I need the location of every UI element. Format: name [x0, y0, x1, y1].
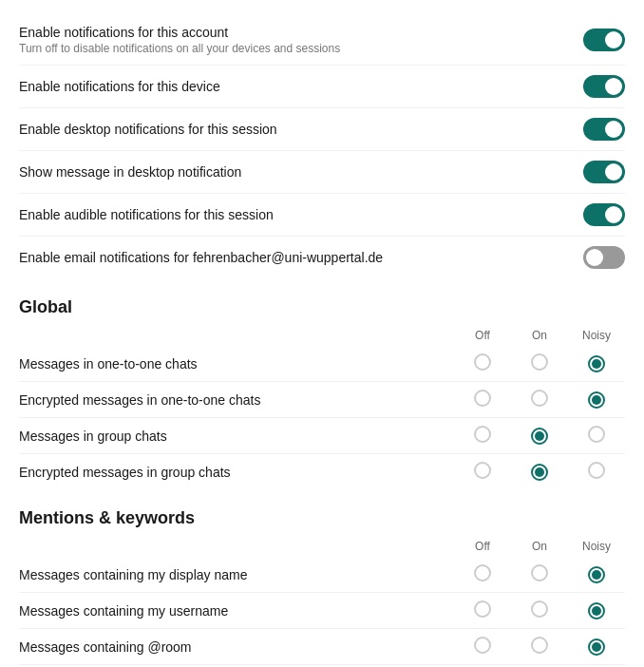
toggle-row-show-message: Show message in desktop notification: [19, 151, 625, 194]
toggle-row-desktop-notifications: Enable desktop notifications for this se…: [19, 108, 625, 151]
radio-btn-global-2-2[interactable]: [588, 426, 605, 443]
col-header-global-0: Off: [454, 325, 511, 346]
col-header-mentions-1: On: [511, 536, 568, 557]
radio-btn-global-1-1[interactable]: [531, 390, 548, 407]
row-label-global-2: Messages in group chats: [19, 418, 454, 454]
radio-cell-global-3-1[interactable]: [511, 454, 568, 490]
table-row: Messages in group chats: [19, 418, 625, 454]
toggle-switch-device-notifications[interactable]: [583, 75, 625, 98]
radio-cell-mentions-2-0[interactable]: [454, 629, 511, 665]
radio-cell-global-0-2[interactable]: [568, 346, 625, 382]
radio-table-global: OffOnNoisyMessages in one-to-one chatsEn…: [19, 325, 625, 489]
radio-btn-mentions-1-2[interactable]: [588, 602, 605, 619]
row-label-mentions-2: Messages containing @room: [19, 629, 454, 665]
toggle-label-account-notifications: Enable notifications for this account: [19, 25, 340, 40]
table-row: Messages in one-to-one chats: [19, 346, 625, 382]
radio-btn-global-2-0[interactable]: [474, 426, 491, 443]
toggle-switch-account-notifications[interactable]: [583, 29, 625, 51]
col-label-global: [19, 325, 454, 346]
toggle-label-group-account-notifications: Enable notifications for this accountTur…: [19, 25, 340, 55]
radio-cell-global-3-0[interactable]: [454, 454, 511, 490]
toggle-label-show-message: Show message in desktop notification: [19, 164, 241, 180]
radio-btn-global-1-0[interactable]: [474, 390, 491, 407]
toggle-row-account-notifications: Enable notifications for this accountTur…: [19, 15, 625, 66]
radio-btn-global-0-2[interactable]: [588, 355, 605, 372]
radio-cell-mentions-1-2[interactable]: [568, 593, 625, 629]
radio-btn-mentions-1-1[interactable]: [531, 600, 548, 618]
radio-btn-mentions-0-2[interactable]: [588, 566, 605, 583]
radio-btn-mentions-0-1[interactable]: [531, 564, 548, 581]
radio-btn-global-3-2[interactable]: [588, 462, 605, 479]
toggle-switch-audible-notifications[interactable]: [583, 203, 625, 226]
section-header-global: Global: [19, 297, 625, 317]
table-row: Messages containing @room: [19, 629, 625, 665]
toggle-row-device-notifications: Enable notifications for this device: [19, 66, 625, 108]
radio-cell-mentions-0-2[interactable]: [568, 557, 625, 593]
radio-cell-mentions-2-2[interactable]: [568, 629, 625, 665]
col-header-mentions-2: Noisy: [568, 536, 625, 557]
sections-area: GlobalOffOnNoisyMessages in one-to-one c…: [19, 297, 625, 667]
radio-cell-mentions-1-0[interactable]: [454, 593, 511, 629]
toggle-label-audible-notifications: Enable audible notifications for this se…: [19, 207, 274, 222]
toggle-row-audible-notifications: Enable audible notifications for this se…: [19, 194, 625, 237]
radio-cell-global-2-1[interactable]: [511, 418, 568, 454]
radio-btn-mentions-0-0[interactable]: [474, 564, 491, 581]
toggle-label-group-audible-notifications: Enable audible notifications for this se…: [19, 207, 274, 222]
radio-cell-global-3-2[interactable]: [568, 454, 625, 490]
toggle-switch-desktop-notifications[interactable]: [583, 118, 625, 141]
radio-cell-global-2-2[interactable]: [568, 418, 625, 454]
col-header-global-1: On: [511, 325, 568, 346]
radio-cell-global-0-0[interactable]: [454, 346, 511, 382]
radio-cell-mentions-2-1[interactable]: [511, 629, 568, 665]
row-label-global-1: Encrypted messages in one-to-one chats: [19, 382, 454, 418]
row-label-global-3: Encrypted messages in group chats: [19, 454, 454, 490]
radio-cell-mentions-0-1[interactable]: [511, 557, 568, 593]
radio-btn-global-1-2[interactable]: [588, 391, 605, 409]
radio-btn-mentions-2-0[interactable]: [474, 637, 491, 654]
radio-table-mentions: OffOnNoisyMessages containing my display…: [19, 536, 625, 667]
radio-cell-global-1-1[interactable]: [511, 382, 568, 418]
toggle-row-email-notifications: Enable email notifications for fehrenbac…: [19, 237, 625, 278]
table-row: Messages containing my display name: [19, 557, 625, 593]
radio-btn-global-2-1[interactable]: [531, 428, 548, 445]
radio-cell-global-1-2[interactable]: [568, 382, 625, 418]
table-row: Messages containing my username: [19, 593, 625, 629]
toggle-label-group-show-message: Show message in desktop notification: [19, 164, 241, 180]
radio-cell-global-0-1[interactable]: [511, 346, 568, 382]
radio-btn-global-0-1[interactable]: [531, 353, 548, 371]
toggle-label-device-notifications: Enable notifications for this device: [19, 79, 220, 94]
row-label-mentions-0: Messages containing my display name: [19, 557, 454, 593]
table-row: Encrypted messages in one-to-one chats: [19, 382, 625, 418]
radio-cell-mentions-1-1[interactable]: [511, 593, 568, 629]
toggle-sublabel-account-notifications: Turn off to disable notifications on all…: [19, 42, 340, 55]
radio-btn-mentions-2-2[interactable]: [588, 638, 605, 656]
radio-btn-global-3-0[interactable]: [474, 462, 491, 479]
toggle-label-desktop-notifications: Enable desktop notifications for this se…: [19, 122, 277, 137]
radio-btn-global-3-1[interactable]: [531, 464, 548, 481]
radio-cell-global-2-0[interactable]: [454, 418, 511, 454]
toggles-section: Enable notifications for this accountTur…: [19, 15, 625, 278]
toggle-label-group-desktop-notifications: Enable desktop notifications for this se…: [19, 122, 277, 137]
toggle-label-group-device-notifications: Enable notifications for this device: [19, 79, 220, 94]
row-label-mentions-1: Messages containing my username: [19, 593, 454, 629]
radio-cell-mentions-0-0[interactable]: [454, 557, 511, 593]
radio-btn-global-0-0[interactable]: [474, 353, 491, 371]
col-label-mentions: [19, 536, 454, 557]
toggle-label-group-email-notifications: Enable email notifications for fehrenbac…: [19, 250, 383, 265]
radio-btn-mentions-1-0[interactable]: [474, 600, 491, 618]
row-label-global-0: Messages in one-to-one chats: [19, 346, 454, 382]
radio-cell-global-1-0[interactable]: [454, 382, 511, 418]
col-header-global-2: Noisy: [568, 325, 625, 346]
col-header-mentions-0: Off: [454, 536, 511, 557]
radio-btn-mentions-2-1[interactable]: [531, 637, 548, 654]
table-row: Encrypted messages in group chats: [19, 454, 625, 490]
section-header-mentions: Mentions & keywords: [19, 508, 625, 528]
toggle-switch-show-message[interactable]: [583, 161, 625, 183]
toggle-label-email-notifications: Enable email notifications for fehrenbac…: [19, 250, 383, 265]
toggle-switch-email-notifications[interactable]: [583, 246, 625, 269]
